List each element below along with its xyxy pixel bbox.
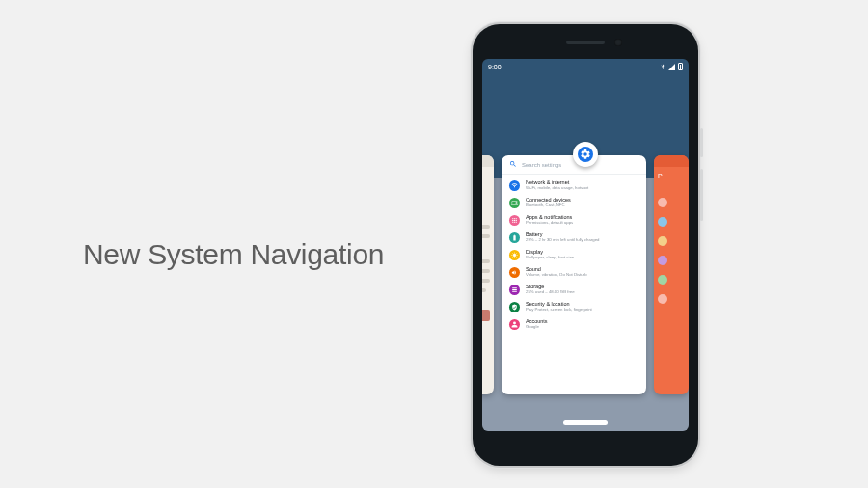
settings-row-display[interactable]: DisplayWallpaper, sleep, font size — [502, 246, 646, 263]
cellular-icon — [668, 64, 675, 70]
recents-app-icon[interactable] — [573, 142, 598, 167]
status-time: 9:00 — [488, 64, 502, 70]
settings-row-subtitle: Permissions, default apps — [526, 221, 573, 226]
settings-search-placeholder: Search settings — [522, 162, 561, 168]
recents-card-left[interactable] — [482, 155, 494, 394]
settings-row-subtitle: Play Protect, screen lock, fingerprint — [526, 308, 592, 312]
earpiece — [566, 41, 605, 44]
bluetooth-icon — [660, 63, 665, 71]
slide-title: New System Navigation — [83, 238, 384, 271]
storage-icon — [509, 285, 520, 295]
settings-list: Network & internetWi-Fi, mobile, data us… — [502, 175, 646, 335]
display-icon — [509, 250, 520, 260]
right-card-label: P — [658, 173, 663, 179]
settings-row-accounts[interactable]: AccountsGoogle — [502, 315, 646, 333]
front-camera — [614, 39, 622, 46]
recents-card-settings[interactable]: Search settings Network & internetWi-Fi,… — [502, 155, 646, 394]
settings-row-battery[interactable]: Battery29% – 2 hr 30 min left until full… — [502, 229, 646, 246]
devices-icon — [509, 198, 520, 208]
settings-row-storage[interactable]: Storage25% used – 48.00 GB free — [502, 281, 646, 298]
status-bar: 9:00 — [482, 59, 689, 74]
settings-row-wifi[interactable]: Network & internetWi-Fi, mobile, data us… — [502, 176, 646, 194]
settings-row-subtitle: Bluetooth, Cast, NFC — [526, 203, 571, 208]
settings-row-apps[interactable]: Apps & notificationsPermissions, default… — [502, 211, 646, 229]
settings-row-subtitle: Wallpaper, sleep, font size — [526, 256, 574, 260]
settings-row-sound[interactable]: SoundVolume, vibration, Do Not Disturb — [502, 263, 646, 281]
wifi-icon — [509, 180, 520, 191]
settings-row-subtitle: 25% used – 48.00 GB free — [526, 290, 575, 295]
recents-carousel[interactable]: Search settings Network & internetWi-Fi,… — [482, 155, 689, 396]
sound-icon — [509, 267, 520, 278]
search-icon — [509, 160, 517, 170]
security-icon — [509, 302, 520, 312]
accounts-icon — [509, 319, 520, 330]
settings-row-subtitle: Google — [526, 325, 548, 330]
settings-row-security[interactable]: Security & locationPlay Protect, screen … — [502, 298, 646, 315]
apps-icon — [509, 215, 520, 226]
recents-card-right[interactable]: P — [654, 155, 689, 394]
power-button[interactable] — [700, 128, 703, 157]
settings-row-subtitle: Volume, vibration, Do Not Disturb — [526, 273, 587, 278]
battery-icon — [678, 63, 683, 70]
gear-icon — [578, 147, 593, 162]
home-indicator[interactable] — [563, 420, 608, 425]
phone-screen: 9:00 — [482, 59, 689, 431]
settings-row-devices[interactable]: Connected devicesBluetooth, Cast, NFC — [502, 194, 646, 211]
settings-row-subtitle: 29% – 2 hr 30 min left until fully charg… — [526, 238, 599, 243]
phone-device: 9:00 — [473, 24, 698, 466]
battery-icon — [509, 232, 520, 243]
settings-row-subtitle: Wi-Fi, mobile, data usage, hotspot — [526, 186, 588, 191]
volume-rocker[interactable] — [700, 169, 703, 221]
